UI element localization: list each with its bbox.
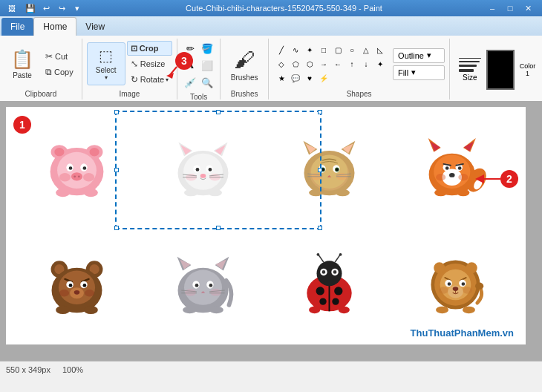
svg-point-22 <box>183 153 223 189</box>
svg-point-83 <box>84 290 94 296</box>
brushes-button[interactable]: 🖌 Brushes <box>225 42 264 85</box>
lion-svg <box>424 252 487 316</box>
svg-point-99 <box>209 289 221 295</box>
svg-point-73 <box>449 173 455 177</box>
text-tool[interactable]: A <box>182 57 198 74</box>
paste-icon: 📋 <box>11 49 33 70</box>
shape-callout[interactable]: 💬 <box>289 71 302 85</box>
group-shapes: ╱ ∿ ✦ □ ▢ ○ △ ◺ ◇ ⬠ ⬡ → ← ↑ ↓ ✦ ★ 💬 ♥ <box>269 39 450 99</box>
canvas-wrapper[interactable]: ThuThuatPhanMem.vn <box>6 107 526 344</box>
select-icon: ⬚ <box>99 47 113 65</box>
rotate-button[interactable]: ↻ Rotate ▾ <box>127 72 172 87</box>
title-controls: – □ ✕ <box>484 1 536 15</box>
watermark: ThuThuatPhanMem.vn <box>411 327 514 339</box>
group-image: ⬚ Select ▾ ⊡ Crop ⤡ Resize ↻ Rotate ▾ <box>82 39 177 99</box>
paste-button[interactable]: 📋 Paste <box>4 42 40 85</box>
shape-star4[interactable]: ✦ <box>373 57 387 71</box>
zoom-tool[interactable]: 🔍 <box>199 74 215 91</box>
group-clipboard: 📋 Paste ✂ Cut ⧉ Copy Clipboard <box>0 39 82 99</box>
qa-redo-btn[interactable]: ↪ <box>55 1 68 15</box>
svg-point-6 <box>59 173 70 181</box>
shape-arrow-d[interactable]: ↓ <box>359 57 373 71</box>
animal-cat-white <box>172 137 235 200</box>
shape-rect[interactable]: □ <box>317 43 330 56</box>
size-bar-4 <box>459 69 474 72</box>
shape-heart[interactable]: ♥ <box>303 71 316 85</box>
svg-point-102 <box>195 284 198 287</box>
svg-point-120 <box>321 270 325 274</box>
size-button[interactable]: Size <box>454 48 485 91</box>
shape-roundrect[interactable]: ▢ <box>331 43 345 56</box>
svg-point-12 <box>71 172 82 180</box>
svg-point-71 <box>445 166 448 170</box>
crop-button[interactable]: ⊡ Crop <box>127 41 172 56</box>
svg-point-97 <box>184 270 222 304</box>
fill-tool[interactable]: 🪣 <box>199 40 215 56</box>
clipboard-small-btns: ✂ Cut ⧉ Copy <box>42 49 77 79</box>
eraser-tool[interactable]: ⬜ <box>199 57 215 74</box>
svg-point-68 <box>458 174 468 180</box>
shape-rtriangle[interactable]: ◺ <box>373 43 387 56</box>
qa-undo-btn[interactable]: ↩ <box>39 1 53 15</box>
svg-point-134 <box>462 287 471 293</box>
svg-point-15 <box>56 188 70 196</box>
shape-ellipse[interactable]: ○ <box>345 43 359 56</box>
cut-button[interactable]: ✂ Cut <box>42 49 77 64</box>
qa-save-btn[interactable]: 💾 <box>24 1 37 15</box>
cut-icon: ✂ <box>45 51 53 62</box>
shape-hexagon[interactable]: ⬡ <box>303 57 316 71</box>
maximize-btn[interactable]: □ <box>502 1 518 15</box>
svg-point-131 <box>466 262 477 273</box>
svg-point-34 <box>184 189 198 195</box>
resize-button[interactable]: ⤡ Resize <box>127 56 172 71</box>
fill-dropdown-arrow: ▾ <box>411 68 416 77</box>
shape-pentagon[interactable]: ⬠ <box>289 57 302 71</box>
group-tools: ✏ 🪣 A ⬜ 💉 🔍 Tools <box>177 39 221 99</box>
cat-tabby-svg <box>298 137 361 200</box>
shape-diamond[interactable]: ◇ <box>275 57 288 71</box>
image-content: ⬚ Select ▾ ⊡ Crop ⤡ Resize ↻ Rotate ▾ <box>87 40 172 88</box>
select-button[interactable]: ⬚ Select ▾ <box>87 42 125 85</box>
minimize-btn[interactable]: – <box>484 1 500 15</box>
color1-swatch[interactable] <box>486 50 515 90</box>
shape-lightning[interactable]: ⚡ <box>317 71 330 85</box>
svg-point-143 <box>462 306 474 313</box>
outline-dropdown[interactable]: Outline ▾ <box>393 48 445 63</box>
tab-home[interactable]: Home <box>33 17 76 36</box>
shape-arrow-r[interactable]: → <box>317 57 330 71</box>
svg-point-87 <box>82 284 86 287</box>
shape-triangle[interactable]: △ <box>359 43 373 56</box>
ladybug-svg <box>298 252 361 316</box>
ribbon-content: 📋 Paste ✂ Cut ⧉ Copy Clipboard ⬚ Select <box>0 36 542 101</box>
svg-point-115 <box>332 298 339 304</box>
fill-dropdown[interactable]: Fill ▾ <box>393 65 445 80</box>
group-size-color: Size Color 1 <box>450 39 542 99</box>
shape-star5[interactable]: ★ <box>275 71 288 85</box>
shape-arrow-u[interactable]: ↑ <box>345 57 359 71</box>
svg-point-117 <box>316 261 342 286</box>
animal-cat-tabby <box>298 137 361 200</box>
colorpicker-tool[interactable]: 💉 <box>182 74 198 91</box>
shape-arrow-l[interactable]: ← <box>331 57 345 71</box>
shape-line[interactable]: ╱ <box>275 43 288 56</box>
svg-point-109 <box>183 306 197 313</box>
close-btn[interactable]: ✕ <box>520 1 536 15</box>
copy-button[interactable]: ⧉ Copy <box>42 65 77 79</box>
svg-point-13 <box>74 175 76 177</box>
animals-row-2 <box>6 226 526 344</box>
tab-file[interactable]: File <box>1 18 33 36</box>
svg-point-4 <box>89 148 99 156</box>
pencil-tool[interactable]: ✏ <box>182 40 198 56</box>
svg-line-124 <box>335 255 340 261</box>
cat-gray-svg <box>172 252 235 316</box>
shape-curve[interactable]: ∿ <box>289 43 302 56</box>
image-label: Image <box>87 88 172 99</box>
qa-dropdown-btn[interactable]: ▾ <box>71 1 84 15</box>
svg-point-114 <box>319 298 326 304</box>
animals-row-1 <box>6 107 526 226</box>
shape-freeform[interactable]: ✦ <box>303 43 316 56</box>
svg-point-35 <box>208 189 222 195</box>
tab-view[interactable]: View <box>76 18 114 36</box>
color1-label: Color 1 <box>517 62 538 77</box>
svg-point-75 <box>457 189 469 195</box>
